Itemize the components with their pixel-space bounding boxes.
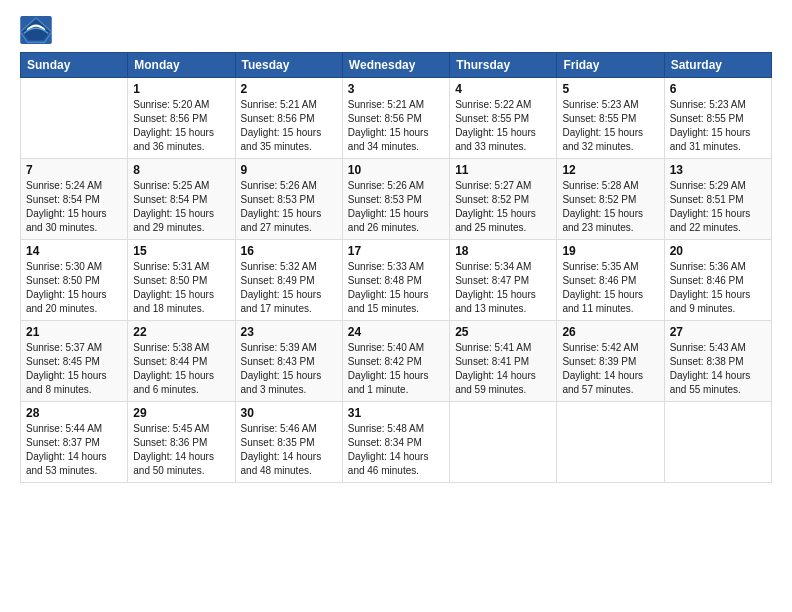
day-number: 21 <box>26 325 122 339</box>
day-cell-1: 1Sunrise: 5:20 AM Sunset: 8:56 PM Daylig… <box>128 78 235 159</box>
week-row-5: 28Sunrise: 5:44 AM Sunset: 8:37 PM Dayli… <box>21 402 772 483</box>
day-cell-21: 21Sunrise: 5:37 AM Sunset: 8:45 PM Dayli… <box>21 321 128 402</box>
day-info: Sunrise: 5:21 AM Sunset: 8:56 PM Dayligh… <box>348 98 444 154</box>
weekday-header-tuesday: Tuesday <box>235 53 342 78</box>
day-info: Sunrise: 5:35 AM Sunset: 8:46 PM Dayligh… <box>562 260 658 316</box>
day-info: Sunrise: 5:34 AM Sunset: 8:47 PM Dayligh… <box>455 260 551 316</box>
day-cell-27: 27Sunrise: 5:43 AM Sunset: 8:38 PM Dayli… <box>664 321 771 402</box>
day-number: 17 <box>348 244 444 258</box>
day-number: 2 <box>241 82 337 96</box>
day-cell-13: 13Sunrise: 5:29 AM Sunset: 8:51 PM Dayli… <box>664 159 771 240</box>
day-info: Sunrise: 5:25 AM Sunset: 8:54 PM Dayligh… <box>133 179 229 235</box>
day-info: Sunrise: 5:24 AM Sunset: 8:54 PM Dayligh… <box>26 179 122 235</box>
day-cell-30: 30Sunrise: 5:46 AM Sunset: 8:35 PM Dayli… <box>235 402 342 483</box>
day-info: Sunrise: 5:36 AM Sunset: 8:46 PM Dayligh… <box>670 260 766 316</box>
empty-cell <box>664 402 771 483</box>
day-cell-28: 28Sunrise: 5:44 AM Sunset: 8:37 PM Dayli… <box>21 402 128 483</box>
day-cell-9: 9Sunrise: 5:26 AM Sunset: 8:53 PM Daylig… <box>235 159 342 240</box>
day-number: 10 <box>348 163 444 177</box>
day-info: Sunrise: 5:45 AM Sunset: 8:36 PM Dayligh… <box>133 422 229 478</box>
week-row-1: 1Sunrise: 5:20 AM Sunset: 8:56 PM Daylig… <box>21 78 772 159</box>
day-cell-25: 25Sunrise: 5:41 AM Sunset: 8:41 PM Dayli… <box>450 321 557 402</box>
empty-cell <box>557 402 664 483</box>
weekday-header-wednesday: Wednesday <box>342 53 449 78</box>
day-cell-24: 24Sunrise: 5:40 AM Sunset: 8:42 PM Dayli… <box>342 321 449 402</box>
day-number: 24 <box>348 325 444 339</box>
day-info: Sunrise: 5:43 AM Sunset: 8:38 PM Dayligh… <box>670 341 766 397</box>
day-cell-20: 20Sunrise: 5:36 AM Sunset: 8:46 PM Dayli… <box>664 240 771 321</box>
day-cell-26: 26Sunrise: 5:42 AM Sunset: 8:39 PM Dayli… <box>557 321 664 402</box>
day-number: 16 <box>241 244 337 258</box>
empty-cell <box>21 78 128 159</box>
calendar-table: SundayMondayTuesdayWednesdayThursdayFrid… <box>20 52 772 483</box>
day-info: Sunrise: 5:29 AM Sunset: 8:51 PM Dayligh… <box>670 179 766 235</box>
day-info: Sunrise: 5:31 AM Sunset: 8:50 PM Dayligh… <box>133 260 229 316</box>
day-cell-2: 2Sunrise: 5:21 AM Sunset: 8:56 PM Daylig… <box>235 78 342 159</box>
page: SundayMondayTuesdayWednesdayThursdayFrid… <box>0 0 792 612</box>
day-number: 14 <box>26 244 122 258</box>
day-number: 12 <box>562 163 658 177</box>
day-info: Sunrise: 5:26 AM Sunset: 8:53 PM Dayligh… <box>348 179 444 235</box>
day-info: Sunrise: 5:42 AM Sunset: 8:39 PM Dayligh… <box>562 341 658 397</box>
day-number: 1 <box>133 82 229 96</box>
week-row-3: 14Sunrise: 5:30 AM Sunset: 8:50 PM Dayli… <box>21 240 772 321</box>
day-info: Sunrise: 5:23 AM Sunset: 8:55 PM Dayligh… <box>670 98 766 154</box>
day-number: 7 <box>26 163 122 177</box>
day-cell-11: 11Sunrise: 5:27 AM Sunset: 8:52 PM Dayli… <box>450 159 557 240</box>
day-number: 18 <box>455 244 551 258</box>
weekday-header-thursday: Thursday <box>450 53 557 78</box>
day-info: Sunrise: 5:28 AM Sunset: 8:52 PM Dayligh… <box>562 179 658 235</box>
day-cell-16: 16Sunrise: 5:32 AM Sunset: 8:49 PM Dayli… <box>235 240 342 321</box>
day-cell-3: 3Sunrise: 5:21 AM Sunset: 8:56 PM Daylig… <box>342 78 449 159</box>
empty-cell <box>450 402 557 483</box>
day-cell-22: 22Sunrise: 5:38 AM Sunset: 8:44 PM Dayli… <box>128 321 235 402</box>
day-info: Sunrise: 5:27 AM Sunset: 8:52 PM Dayligh… <box>455 179 551 235</box>
day-cell-7: 7Sunrise: 5:24 AM Sunset: 8:54 PM Daylig… <box>21 159 128 240</box>
day-info: Sunrise: 5:22 AM Sunset: 8:55 PM Dayligh… <box>455 98 551 154</box>
day-info: Sunrise: 5:20 AM Sunset: 8:56 PM Dayligh… <box>133 98 229 154</box>
day-number: 29 <box>133 406 229 420</box>
day-number: 11 <box>455 163 551 177</box>
day-info: Sunrise: 5:23 AM Sunset: 8:55 PM Dayligh… <box>562 98 658 154</box>
day-info: Sunrise: 5:41 AM Sunset: 8:41 PM Dayligh… <box>455 341 551 397</box>
day-info: Sunrise: 5:37 AM Sunset: 8:45 PM Dayligh… <box>26 341 122 397</box>
day-info: Sunrise: 5:39 AM Sunset: 8:43 PM Dayligh… <box>241 341 337 397</box>
day-cell-5: 5Sunrise: 5:23 AM Sunset: 8:55 PM Daylig… <box>557 78 664 159</box>
day-number: 8 <box>133 163 229 177</box>
day-number: 15 <box>133 244 229 258</box>
day-number: 30 <box>241 406 337 420</box>
weekday-header-saturday: Saturday <box>664 53 771 78</box>
weekday-header-row: SundayMondayTuesdayWednesdayThursdayFrid… <box>21 53 772 78</box>
day-cell-12: 12Sunrise: 5:28 AM Sunset: 8:52 PM Dayli… <box>557 159 664 240</box>
day-cell-14: 14Sunrise: 5:30 AM Sunset: 8:50 PM Dayli… <box>21 240 128 321</box>
day-number: 6 <box>670 82 766 96</box>
day-info: Sunrise: 5:38 AM Sunset: 8:44 PM Dayligh… <box>133 341 229 397</box>
day-cell-8: 8Sunrise: 5:25 AM Sunset: 8:54 PM Daylig… <box>128 159 235 240</box>
day-cell-10: 10Sunrise: 5:26 AM Sunset: 8:53 PM Dayli… <box>342 159 449 240</box>
day-info: Sunrise: 5:26 AM Sunset: 8:53 PM Dayligh… <box>241 179 337 235</box>
day-number: 5 <box>562 82 658 96</box>
day-number: 27 <box>670 325 766 339</box>
day-info: Sunrise: 5:40 AM Sunset: 8:42 PM Dayligh… <box>348 341 444 397</box>
day-cell-6: 6Sunrise: 5:23 AM Sunset: 8:55 PM Daylig… <box>664 78 771 159</box>
week-row-4: 21Sunrise: 5:37 AM Sunset: 8:45 PM Dayli… <box>21 321 772 402</box>
weekday-header-monday: Monday <box>128 53 235 78</box>
day-number: 22 <box>133 325 229 339</box>
day-info: Sunrise: 5:32 AM Sunset: 8:49 PM Dayligh… <box>241 260 337 316</box>
day-number: 4 <box>455 82 551 96</box>
day-number: 28 <box>26 406 122 420</box>
logo <box>20 16 56 44</box>
day-number: 13 <box>670 163 766 177</box>
weekday-header-friday: Friday <box>557 53 664 78</box>
day-cell-17: 17Sunrise: 5:33 AM Sunset: 8:48 PM Dayli… <box>342 240 449 321</box>
day-number: 26 <box>562 325 658 339</box>
day-number: 19 <box>562 244 658 258</box>
day-number: 25 <box>455 325 551 339</box>
day-cell-23: 23Sunrise: 5:39 AM Sunset: 8:43 PM Dayli… <box>235 321 342 402</box>
week-row-2: 7Sunrise: 5:24 AM Sunset: 8:54 PM Daylig… <box>21 159 772 240</box>
logo-icon <box>20 16 52 44</box>
day-info: Sunrise: 5:33 AM Sunset: 8:48 PM Dayligh… <box>348 260 444 316</box>
weekday-header-sunday: Sunday <box>21 53 128 78</box>
day-number: 20 <box>670 244 766 258</box>
day-cell-29: 29Sunrise: 5:45 AM Sunset: 8:36 PM Dayli… <box>128 402 235 483</box>
